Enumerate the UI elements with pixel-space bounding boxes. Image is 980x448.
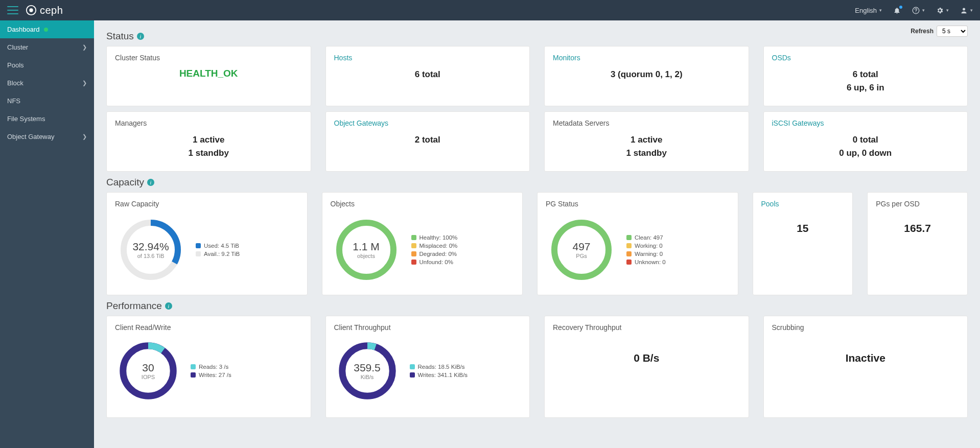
- recovery-value: 0 B/s: [553, 352, 740, 364]
- objects-count: 1.1 M: [353, 241, 380, 253]
- legend-swatch-icon: [626, 235, 632, 240]
- card-title-link[interactable]: Monitors: [553, 54, 740, 62]
- user-menu[interactable]: ▾: [960, 7, 973, 14]
- raw-capacity-sub: of 13.6 TiB: [137, 253, 165, 259]
- objects-legend: Healthy: 100%Misplaced: 0%Degraded: 0%Un…: [411, 232, 458, 267]
- legend-swatch-icon: [196, 243, 201, 248]
- legend-item: Unfound: 0%: [411, 259, 458, 265]
- client-rw-legend: Reads: 3 /sWrites: 27 /s: [191, 362, 231, 380]
- health-dot-icon: [44, 28, 48, 32]
- card-title-link[interactable]: Object Gateways: [334, 119, 522, 127]
- sidebar-item-label: File Systems: [7, 115, 45, 123]
- card-title-link[interactable]: Hosts: [334, 54, 522, 62]
- notification-dot-icon: [899, 6, 902, 9]
- legend-label: Warning: 0: [635, 251, 663, 257]
- sidebar-item-cluster[interactable]: Cluster ❯: [0, 38, 94, 56]
- settings-menu[interactable]: ▾: [936, 7, 949, 14]
- card-value-line2: 1 standby: [553, 147, 740, 160]
- card-client-throughput: Client Throughput 359.5 KiB/s Reads: 18.…: [325, 316, 530, 418]
- card-value: 2 total: [334, 133, 522, 147]
- card-title-link[interactable]: Pools: [761, 200, 845, 208]
- info-icon[interactable]: i: [137, 33, 144, 40]
- card-value-line1: 1 active: [553, 133, 740, 147]
- legend-swatch-icon: [411, 251, 416, 256]
- legend-swatch-icon: [196, 251, 201, 256]
- card-title: Raw Capacity: [115, 200, 299, 208]
- legend-item: Used: 4.5 TiB: [196, 243, 240, 249]
- card-hosts: Hosts 6 total: [325, 46, 530, 106]
- chevron-down-icon: ▾: [946, 8, 949, 13]
- sidebar-item-pools[interactable]: Pools: [0, 56, 94, 74]
- sidebar-item-nfs[interactable]: NFS: [0, 92, 94, 110]
- sidebar-item-object-gateway[interactable]: Object Gateway ❯: [0, 128, 94, 146]
- raw-capacity-donut: 32.94% of 13.6 TiB: [115, 214, 186, 286]
- legend-label: Writes: 27 /s: [199, 372, 231, 378]
- legend-label: Unknown: 0: [635, 259, 666, 265]
- svg-point-3: [916, 12, 916, 12]
- info-icon[interactable]: i: [165, 302, 172, 310]
- card-title-link[interactable]: iSCSI Gateways: [772, 119, 960, 127]
- notifications-button[interactable]: [893, 7, 901, 14]
- refresh-label: Refresh: [911, 28, 934, 35]
- sidebar-item-label: Dashboard: [7, 26, 40, 33]
- legend-swatch-icon: [410, 364, 415, 369]
- language-selector[interactable]: English ▾: [855, 7, 882, 14]
- legend-item: Working: 0: [626, 243, 666, 249]
- legend-item: Reads: 3 /s: [191, 364, 231, 370]
- pg-sub: PGs: [576, 253, 587, 259]
- card-monitors: Monitors 3 (quorum 0, 1, 2): [544, 46, 749, 106]
- card-pg-status: PG Status 497 PGs Clean: 497Working: 0Wa…: [537, 192, 738, 295]
- refresh-interval-select[interactable]: 5 s: [937, 26, 968, 37]
- chevron-down-icon: ▾: [922, 8, 925, 13]
- help-menu[interactable]: ▾: [912, 7, 925, 14]
- sidebar-item-dashboard[interactable]: Dashboard: [0, 20, 94, 38]
- card-recovery-throughput: Recovery Throughput 0 B/s: [544, 316, 749, 418]
- objects-sub: objects: [357, 253, 375, 259]
- chevron-right-icon: ❯: [82, 44, 87, 51]
- sidebar-item-filesystems[interactable]: File Systems: [0, 110, 94, 128]
- card-title: Managers: [115, 119, 302, 127]
- card-object-gateways: Object Gateways 2 total: [325, 111, 530, 172]
- legend-label: Degraded: 0%: [419, 251, 457, 257]
- client-rw-sub: IOPS: [142, 374, 155, 380]
- card-title: Client Throughput: [334, 323, 522, 332]
- card-pgs-per-osd: PGs per OSD 165.7: [867, 192, 968, 295]
- scrubbing-value: Inactive: [772, 352, 960, 364]
- menu-toggle-button[interactable]: [7, 6, 18, 14]
- card-value-line1: 0 total: [772, 133, 960, 147]
- card-value: 3 (quorum 0, 1, 2): [553, 68, 740, 81]
- card-value-line1: 1 active: [115, 133, 302, 147]
- legend-label: Working: 0: [635, 243, 663, 249]
- card-managers: Managers 1 active 1 standby: [106, 111, 311, 172]
- card-title: Scrubbing: [772, 323, 960, 332]
- chevron-right-icon: ❯: [82, 133, 87, 140]
- legend-swatch-icon: [191, 372, 196, 378]
- sidebar-item-block[interactable]: Block ❯: [0, 74, 94, 92]
- raw-capacity-legend: Used: 4.5 TiBAvail.: 9.2 TiB: [196, 241, 240, 259]
- legend-item: Clean: 497: [626, 234, 666, 241]
- card-objects: Objects 1.1 M objects Healthy: 100%Mispl…: [322, 192, 523, 295]
- brand-logo[interactable]: ceph: [26, 5, 63, 16]
- section-title-status: Status i: [106, 31, 968, 42]
- raw-capacity-percent: 32.94%: [132, 241, 169, 253]
- legend-label: Unfound: 0%: [419, 259, 454, 265]
- top-navbar: ceph English ▾ ▾ ▾ ▾: [0, 0, 980, 20]
- card-title: Cluster Status: [115, 54, 302, 62]
- card-value: 6 total: [334, 68, 522, 81]
- chevron-right-icon: ❯: [82, 80, 87, 86]
- sidebar-item-label: Block: [7, 79, 24, 87]
- legend-swatch-icon: [626, 243, 632, 248]
- pg-legend: Clean: 497Working: 0Warning: 0Unknown: 0: [626, 232, 666, 267]
- refresh-control: Refresh 5 s: [911, 26, 968, 37]
- legend-swatch-icon: [626, 260, 632, 265]
- legend-item: Warning: 0: [626, 251, 666, 257]
- legend-swatch-icon: [411, 260, 416, 265]
- legend-label: Writes: 341.1 KiB/s: [418, 372, 468, 378]
- info-icon[interactable]: i: [147, 179, 154, 186]
- legend-item: Misplaced: 0%: [411, 243, 458, 249]
- chevron-down-icon: ▾: [970, 8, 973, 13]
- language-label: English: [855, 7, 877, 14]
- card-title-link[interactable]: OSDs: [772, 54, 960, 62]
- card-title: Objects: [331, 200, 515, 208]
- sidebar-item-label: Pools: [7, 61, 24, 69]
